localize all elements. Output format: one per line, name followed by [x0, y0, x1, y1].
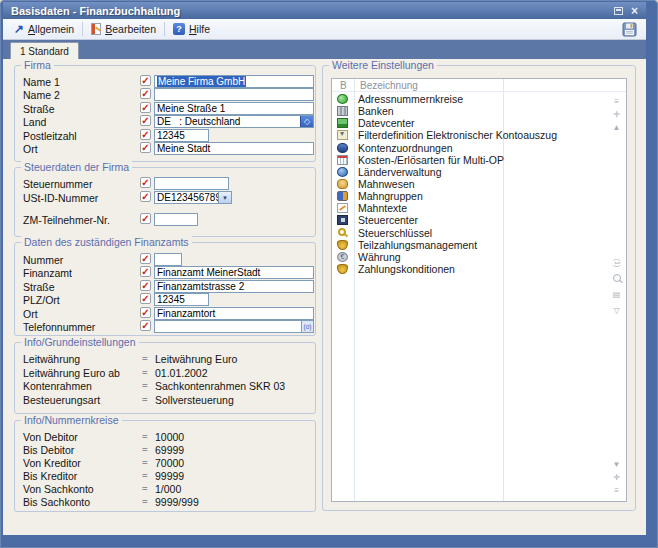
- info-row-besteuerungsart: Besteuerungsart=Sollversteuerung: [15, 393, 315, 407]
- list-item[interactable]: Steuerschlüssel: [332, 227, 626, 239]
- telefonnummer-input[interactable]: (o): [154, 320, 314, 333]
- equals-icon: =: [142, 431, 148, 442]
- list-item[interactable]: Adressnummernkreise: [332, 93, 626, 105]
- checked-icon[interactable]: ✓: [140, 266, 151, 277]
- list-item[interactable]: Mahnwesen: [332, 178, 626, 190]
- group-title: Firma: [21, 59, 54, 71]
- list-item[interactable]: Mahntexte: [332, 202, 626, 214]
- list-item[interactable]: Filterdefinition Elektronischer Kontoaus…: [332, 129, 626, 141]
- checked-icon[interactable]: ✓: [140, 88, 151, 99]
- checked-icon[interactable]: ✓: [140, 75, 151, 86]
- list-item[interactable]: Länderverwaltung: [332, 166, 626, 178]
- settings-list: B Bezeichnung AdressnummernkreiseBankenD…: [331, 78, 627, 502]
- finanzamt-input[interactable]: Finanzamt MeinerStadt: [154, 266, 314, 279]
- group-finanzamt: Daten des zuständigen Finanzamts Nummer✓…: [14, 242, 316, 336]
- fa-ort-input[interactable]: Finanzamtort: [154, 307, 314, 320]
- info-value: Sollversteuerung: [155, 394, 234, 406]
- group-info-nummernkreise: Info/Nummernkreise Von Debitor=10000Bis …: [14, 420, 316, 512]
- field-row-finanzamt: Finanzamt✓Finanzamt MeinerStadt: [15, 266, 315, 279]
- menu-label: Allgemein: [28, 23, 74, 35]
- field-value: DE : Deutschland: [157, 116, 240, 127]
- field-label: Nummer: [23, 254, 63, 266]
- field-row-ort: Ort✓Meine Stadt: [15, 142, 315, 155]
- nummer-input[interactable]: [154, 253, 182, 266]
- info-label: Bis Sachkonto: [23, 496, 90, 508]
- doc-pencil-icon: [337, 203, 348, 213]
- restore-icon[interactable]: [614, 7, 623, 15]
- field-label: ZM-Teilnehmer-Nr.: [23, 214, 110, 226]
- info-row-leitwaehrung-ab: Leitwährung Euro ab=01.01.2002: [15, 366, 315, 380]
- datev-icon: [337, 118, 348, 128]
- list-item[interactable]: Steuercenter: [332, 214, 626, 226]
- checked-icon[interactable]: ✓: [140, 177, 151, 188]
- side-tool-buttons: (1)▤▽: [609, 255, 624, 319]
- list-item[interactable]: Zahlungskonditionen: [332, 263, 626, 275]
- checked-icon[interactable]: ✓: [140, 142, 151, 153]
- zm-input[interactable]: [154, 213, 198, 226]
- window-title: Basisdaten - Finanzbuchhaltung: [11, 5, 180, 17]
- count-icon[interactable]: (1): [609, 256, 625, 271]
- save-button[interactable]: [622, 22, 637, 37]
- list-item-label: Kosten-/Erlösarten für Multi-OP: [358, 154, 504, 166]
- field-row-fa-ort: Ort✓Finanzamtort: [15, 307, 315, 320]
- page-down-icon[interactable]: ✛: [609, 471, 624, 484]
- equals-icon: =: [142, 367, 148, 378]
- plz-ort-input[interactable]: 12345: [154, 293, 209, 306]
- edit-doc-icon: [91, 23, 101, 35]
- list-item[interactable]: Mahngruppen: [332, 190, 626, 202]
- field-row-land: Land✓DE : Deutschland◇: [15, 115, 315, 128]
- step-up-icon[interactable]: ▲: [609, 121, 624, 134]
- list-item[interactable]: Datevcenter: [332, 117, 626, 129]
- tab-standard[interactable]: 1 Standard: [10, 42, 79, 59]
- fa-strasse-input[interactable]: Finanzamtstrasse 2: [154, 280, 314, 293]
- equals-icon: =: [142, 380, 148, 391]
- menu-allgemein[interactable]: ↗Allgemein: [8, 21, 80, 38]
- menu-bearbeiten[interactable]: Bearbeiten: [85, 21, 162, 38]
- page-up-icon[interactable]: ✛: [609, 108, 624, 121]
- grid-icon[interactable]: ▤: [609, 287, 624, 303]
- checked-icon[interactable]: ✓: [140, 320, 151, 331]
- search-icon[interactable]: [612, 273, 622, 285]
- field-row-strasse: Straße✓Meine Straße 1: [15, 102, 315, 115]
- scroll-bottom-icon[interactable]: ≡: [609, 484, 624, 497]
- checked-icon[interactable]: ✓: [140, 307, 151, 318]
- checked-icon[interactable]: ✓: [140, 115, 151, 126]
- lookup-button[interactable]: ◇: [300, 116, 313, 127]
- filter-icon[interactable]: ▽: [609, 303, 624, 319]
- field-row-nummer: Nummer✓: [15, 253, 315, 266]
- ort-input[interactable]: Meine Stadt: [154, 142, 314, 155]
- list-item-label: Datevcenter: [358, 117, 415, 129]
- info-value: 01.01.2002: [155, 367, 208, 379]
- checked-icon[interactable]: ✓: [140, 129, 151, 140]
- menu-hilfe[interactable]: ?Hilfe: [167, 21, 216, 38]
- phone-dial-button[interactable]: (o): [301, 321, 313, 332]
- field-row-telefonnummer: Telefonnummer✓(o): [15, 320, 315, 333]
- list-item[interactable]: Währung: [332, 251, 626, 263]
- checked-icon[interactable]: ✓: [140, 191, 151, 202]
- close-icon[interactable]: ×: [631, 5, 638, 17]
- step-down-icon[interactable]: ▼: [609, 458, 624, 471]
- name1-input[interactable]: Meine Firma GmbH: [154, 75, 314, 88]
- checked-icon[interactable]: ✓: [140, 213, 151, 224]
- dropdown-button[interactable]: ▼: [218, 192, 231, 203]
- checked-icon[interactable]: ✓: [140, 280, 151, 291]
- strasse-input[interactable]: Meine Straße 1: [154, 102, 314, 115]
- list-item[interactable]: Teilzahlungsmanagement: [332, 239, 626, 251]
- list-item[interactable]: Banken: [332, 105, 626, 117]
- list-item[interactable]: Kontenzuordnungen: [332, 142, 626, 154]
- info-row-bis-sachkonto: Bis Sachkonto=9999/999: [15, 495, 315, 508]
- checked-icon[interactable]: ✓: [140, 293, 151, 304]
- name2-input[interactable]: [154, 88, 314, 101]
- land-input[interactable]: DE : Deutschland◇: [154, 115, 314, 128]
- info-value: Sachkontenrahmen SKR 03: [155, 380, 285, 392]
- checked-icon[interactable]: ✓: [140, 253, 151, 264]
- scroll-top-icon[interactable]: ≡: [609, 95, 624, 108]
- postleitzahl-input[interactable]: 12345: [154, 129, 209, 142]
- field-label: Name 2: [23, 89, 60, 101]
- steuernummer-input[interactable]: [154, 177, 229, 190]
- field-label: Steuernummer: [23, 178, 92, 190]
- checked-icon[interactable]: ✓: [140, 102, 151, 113]
- titlebar[interactable]: Basisdaten - Finanzbuchhaltung ×: [3, 2, 646, 19]
- ustid-input[interactable]: DE123456789123▼: [154, 191, 232, 204]
- list-item[interactable]: Kosten-/Erlösarten für Multi-OP: [332, 154, 626, 166]
